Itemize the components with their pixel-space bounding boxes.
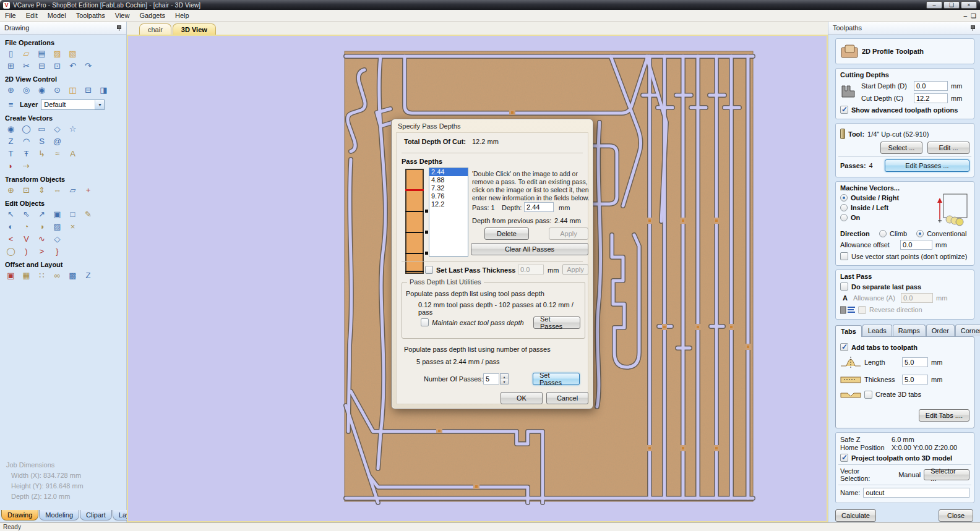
cut-icon[interactable]: ✂ bbox=[20, 60, 32, 71]
pin-icon[interactable] bbox=[970, 25, 976, 31]
text-box-icon[interactable]: Ŧ bbox=[20, 148, 32, 159]
ungroup-icon[interactable]: □ bbox=[67, 208, 79, 219]
set-size-icon[interactable]: ⊡ bbox=[20, 184, 32, 195]
tab-corners[interactable]: Corners bbox=[955, 325, 980, 336]
weld-vectors-icon[interactable]: ◐ bbox=[5, 221, 17, 232]
dimension-icon[interactable]: ⇢ bbox=[20, 160, 32, 171]
fit-bezier-icon[interactable]: ∿ bbox=[36, 233, 48, 244]
menu-view[interactable]: View bbox=[110, 11, 135, 20]
pass-depth-item[interactable]: 9.76 bbox=[429, 192, 468, 200]
intersect-vectors-icon[interactable]: ◑ bbox=[36, 221, 48, 232]
draw-rectangle-icon[interactable]: ▭ bbox=[36, 123, 48, 134]
project-toolpath-checkbox[interactable] bbox=[840, 454, 848, 462]
tool-select-button[interactable]: Select ... bbox=[880, 142, 922, 154]
export-file-icon[interactable]: ▧ bbox=[67, 48, 79, 59]
draw-circle-icon[interactable]: ◉ bbox=[5, 123, 17, 134]
menu-toolpaths[interactable]: Toolpaths bbox=[71, 11, 110, 20]
number-of-passes-stepper[interactable]: ▴▾ bbox=[500, 373, 509, 384]
restore-button[interactable]: ❏ bbox=[943, 1, 960, 9]
offset-vectors-icon[interactable]: ▣ bbox=[5, 270, 17, 281]
pass-line[interactable] bbox=[405, 253, 424, 254]
tool-edit-button[interactable]: Edit ... bbox=[927, 142, 969, 154]
cancel-button[interactable]: Cancel bbox=[546, 392, 588, 404]
tab-clipart[interactable]: Clipart bbox=[80, 510, 112, 520]
open-file-icon[interactable]: ▱ bbox=[20, 48, 32, 59]
create-3d-tabs-checkbox[interactable] bbox=[864, 391, 872, 399]
align-icon[interactable]: + bbox=[82, 184, 94, 195]
menu-file[interactable]: File bbox=[0, 11, 21, 20]
menu-edit[interactable]: Edit bbox=[21, 11, 43, 20]
set-passes-tool-button[interactable]: Set Passes bbox=[533, 316, 580, 329]
selected-pass-line[interactable] bbox=[405, 189, 424, 191]
pass-depth-item[interactable]: 7.32 bbox=[429, 184, 468, 192]
selector-button[interactable]: Selector ... bbox=[924, 469, 969, 480]
close-vector-icon[interactable]: ◇ bbox=[51, 233, 63, 244]
measure-icon[interactable]: ✎ bbox=[82, 208, 94, 219]
draw-arc-icon[interactable]: ◠ bbox=[20, 135, 32, 147]
pass-depths-diagram[interactable] bbox=[405, 169, 424, 274]
copy-icon[interactable]: ⊟ bbox=[36, 60, 48, 71]
tab-3d-view[interactable]: 3D View bbox=[173, 23, 216, 35]
draw-polyline-icon[interactable]: Z bbox=[5, 135, 17, 147]
draw-spiral-icon[interactable]: @ bbox=[51, 135, 63, 147]
menu-help[interactable]: Help bbox=[170, 11, 194, 20]
menu-model[interactable]: Model bbox=[43, 11, 71, 20]
minimize-button[interactable]: – bbox=[926, 1, 942, 9]
number-of-passes-field[interactable] bbox=[483, 373, 499, 384]
clear-all-passes-button[interactable]: Clear All Passes bbox=[471, 243, 588, 255]
undo-icon[interactable]: ↶ bbox=[67, 60, 79, 71]
join-vectors-icon[interactable]: ◯ bbox=[5, 245, 17, 257]
mdi-restore-button[interactable]: ❏ bbox=[971, 12, 976, 19]
tab-chair[interactable]: chair bbox=[139, 23, 171, 35]
add-tabs-checkbox[interactable] bbox=[840, 343, 848, 351]
select-all-icon[interactable]: ⊞ bbox=[5, 60, 17, 71]
edit-tabs-button[interactable]: Edit Tabs .... bbox=[919, 409, 969, 422]
toolpath-name-field[interactable] bbox=[863, 488, 969, 498]
trim-vectors-icon[interactable]: × bbox=[67, 221, 79, 232]
pan-icon[interactable]: ⊕ bbox=[5, 84, 17, 95]
zoom-extents-icon[interactable]: ⊙ bbox=[51, 84, 63, 95]
close-button[interactable]: × bbox=[961, 1, 977, 9]
fit-arc-icon[interactable]: < bbox=[5, 233, 17, 244]
text-select-icon[interactable]: ↳ bbox=[36, 148, 48, 159]
specify-pass-depths-dialog[interactable]: Specify Pass Depths Total Depth Of Cut: … bbox=[391, 119, 593, 409]
vector-texture-icon[interactable]: ◗ bbox=[5, 160, 17, 171]
tab-drawing[interactable]: Drawing bbox=[1, 510, 38, 520]
scale-icon[interactable]: ⇕ bbox=[36, 184, 48, 195]
close-panel-button[interactable]: Close bbox=[939, 509, 973, 522]
conventional-radio[interactable] bbox=[916, 230, 924, 237]
pass-depth-item[interactable]: 4.88 bbox=[429, 176, 468, 184]
nesting-icon[interactable]: ∞ bbox=[51, 270, 63, 281]
tab-thickness-field[interactable] bbox=[902, 375, 928, 384]
paste-icon[interactable]: ⊡ bbox=[51, 60, 63, 71]
delete-pass-button[interactable]: Delete bbox=[484, 227, 529, 240]
fit-polyline-icon[interactable]: V bbox=[20, 233, 32, 244]
tab-order[interactable]: Order bbox=[926, 325, 955, 336]
set-passes-number-button[interactable]: Set Passes bbox=[533, 373, 580, 385]
select-move-icon[interactable]: ↗ bbox=[36, 208, 48, 219]
subtract-vectors-icon[interactable]: ◔ bbox=[20, 221, 32, 232]
ok-button[interactable]: OK bbox=[501, 392, 543, 404]
maintain-exact-checkbox[interactable] bbox=[421, 318, 429, 326]
sheet-layout-icon[interactable]: ▩ bbox=[67, 270, 79, 281]
menu-gadgets[interactable]: Gadgets bbox=[134, 11, 170, 20]
mdi-minimize-button[interactable]: – bbox=[963, 12, 967, 19]
draw-polygon-icon[interactable]: ◇ bbox=[51, 123, 63, 134]
zoom-icon[interactable]: ◎ bbox=[20, 84, 32, 95]
move-icon[interactable]: ⊕ bbox=[5, 184, 17, 195]
switch-view-icon[interactable]: ◨ bbox=[98, 84, 110, 95]
pass-line[interactable] bbox=[405, 232, 424, 233]
select-add-icon[interactable]: ⇖ bbox=[20, 208, 32, 219]
show-advanced-checkbox[interactable] bbox=[840, 106, 848, 114]
depth-field[interactable] bbox=[524, 202, 554, 212]
pass-line[interactable] bbox=[405, 211, 424, 212]
text-align-icon[interactable]: A bbox=[67, 148, 79, 159]
edit-passes-button[interactable]: Edit Passes ... bbox=[885, 159, 969, 172]
new-file-icon[interactable]: ▯ bbox=[5, 48, 17, 59]
draw-text-icon[interactable]: T bbox=[5, 148, 17, 159]
cut-depth-field[interactable] bbox=[914, 93, 948, 103]
extend-vector-icon[interactable]: ) bbox=[20, 245, 32, 257]
zoom-box-icon[interactable]: ◉ bbox=[36, 84, 48, 95]
fillet-icon[interactable]: > bbox=[36, 245, 48, 257]
array-copy-icon[interactable]: ▦ bbox=[20, 270, 32, 281]
